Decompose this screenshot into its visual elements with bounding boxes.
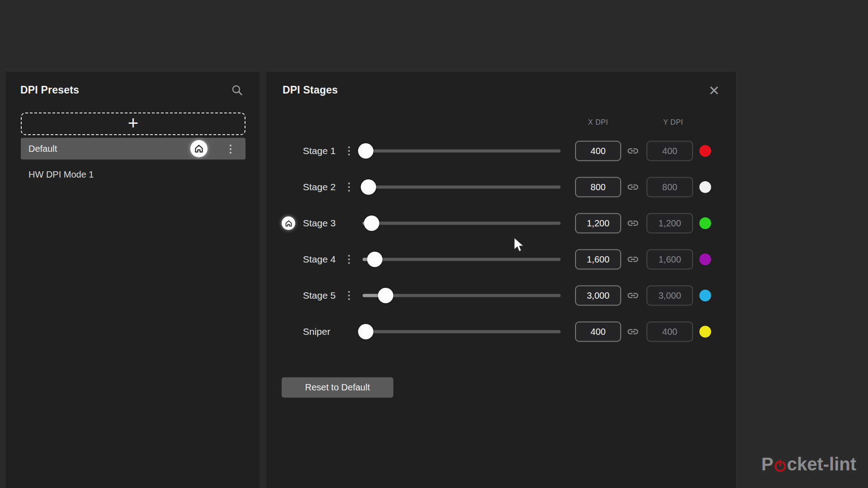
- dpi-stages-panel: DPI Stages ✕ X DPI Y DPI Stage 1 400 400: [266, 72, 736, 488]
- home-icon[interactable]: [190, 140, 208, 157]
- slider-thumb[interactable]: [364, 216, 379, 231]
- home-icon[interactable]: [282, 216, 295, 230]
- link-icon[interactable]: [627, 217, 639, 230]
- kebab-menu-icon[interactable]: [346, 181, 352, 193]
- preset-label: HW DPI Mode 1: [28, 169, 94, 180]
- plus-icon: +: [128, 115, 138, 131]
- slider-thumb[interactable]: [361, 179, 376, 195]
- stage-label: Stage 2: [303, 169, 335, 205]
- screen: DPI Presets + Default HW DPI Mode 1 DPI …: [0, 0, 868, 488]
- stage-color-dot[interactable]: [699, 145, 711, 157]
- stage-row: Stage 1 400 400: [266, 133, 736, 169]
- kebab-menu-icon[interactable]: [346, 289, 352, 302]
- x-dpi-column-header: X DPI: [576, 118, 621, 127]
- link-icon[interactable]: [627, 181, 639, 193]
- stage-row: Stage 4 1,600 1,600: [266, 241, 736, 277]
- pocket-lint-logo: P cket-lint: [761, 454, 856, 474]
- dpi-slider[interactable]: [363, 150, 561, 153]
- stages-panel-title: DPI Stages: [283, 84, 338, 96]
- slider-thumb[interactable]: [367, 252, 382, 267]
- stage-row: Stage 2 800 800: [266, 169, 736, 205]
- stage-color-dot[interactable]: [699, 253, 711, 265]
- reset-to-default-button[interactable]: Reset to Default: [282, 377, 393, 398]
- slider-thumb[interactable]: [358, 143, 373, 159]
- stage-row: Sniper 400 400: [266, 314, 736, 350]
- y-dpi-input[interactable]: 1,200: [646, 213, 693, 234]
- kebab-menu-icon[interactable]: [346, 253, 352, 266]
- logo-text-suffix: cket-lint: [787, 454, 856, 474]
- logo-text-prefix: P: [761, 454, 774, 474]
- x-dpi-input[interactable]: 400: [575, 141, 621, 161]
- search-button[interactable]: [231, 84, 243, 96]
- x-dpi-input[interactable]: 800: [575, 177, 621, 197]
- close-icon[interactable]: ✕: [708, 84, 720, 98]
- stage-label: Stage 3: [303, 205, 335, 241]
- preset-item-default[interactable]: Default: [21, 138, 245, 160]
- kebab-menu-icon[interactable]: [346, 145, 352, 157]
- stage-label: Stage 1: [303, 133, 335, 169]
- add-preset-button[interactable]: +: [21, 113, 245, 135]
- power-icon: [774, 460, 787, 472]
- dpi-slider[interactable]: [363, 186, 561, 189]
- stage-color-dot[interactable]: [699, 217, 711, 229]
- link-icon[interactable]: [627, 289, 639, 302]
- dpi-slider[interactable]: [363, 222, 561, 225]
- slider-thumb[interactable]: [358, 324, 373, 339]
- x-dpi-input[interactable]: 1,600: [575, 249, 621, 270]
- y-dpi-input[interactable]: 800: [646, 177, 693, 197]
- stage-label: Stage 5: [303, 277, 335, 314]
- link-icon[interactable]: [627, 325, 639, 338]
- slider-thumb[interactable]: [378, 288, 393, 303]
- stage-row: Stage 5 3,000 3,000: [266, 277, 736, 314]
- dpi-slider[interactable]: [363, 330, 561, 333]
- kebab-menu-icon[interactable]: [228, 143, 233, 155]
- preset-label: Default: [28, 144, 57, 154]
- y-dpi-input[interactable]: 1,600: [646, 249, 693, 270]
- link-icon[interactable]: [627, 253, 639, 266]
- dpi-slider[interactable]: [363, 258, 561, 261]
- presets-panel-title: DPI Presets: [20, 84, 79, 96]
- stage-color-dot[interactable]: [699, 290, 711, 301]
- stage-color-dot[interactable]: [699, 326, 711, 338]
- y-dpi-input[interactable]: 400: [646, 322, 693, 342]
- stage-label: Stage 4: [303, 241, 335, 277]
- x-dpi-input[interactable]: 1,200: [575, 213, 621, 234]
- dpi-presets-panel: DPI Presets + Default HW DPI Mode 1: [6, 72, 260, 488]
- search-icon: [231, 91, 243, 98]
- stage-row: Stage 3 1,200 1,200: [266, 205, 736, 241]
- x-dpi-input[interactable]: 3,000: [575, 286, 621, 306]
- y-dpi-column-header: Y DPI: [651, 118, 696, 127]
- preset-item-hw-dpi-mode[interactable]: HW DPI Mode 1: [21, 165, 245, 183]
- link-icon[interactable]: [627, 145, 639, 157]
- y-dpi-input[interactable]: 3,000: [646, 286, 693, 306]
- stage-color-dot[interactable]: [699, 181, 711, 193]
- stage-label: Sniper: [303, 314, 330, 350]
- x-dpi-input[interactable]: 400: [575, 322, 621, 342]
- y-dpi-input[interactable]: 400: [646, 141, 693, 161]
